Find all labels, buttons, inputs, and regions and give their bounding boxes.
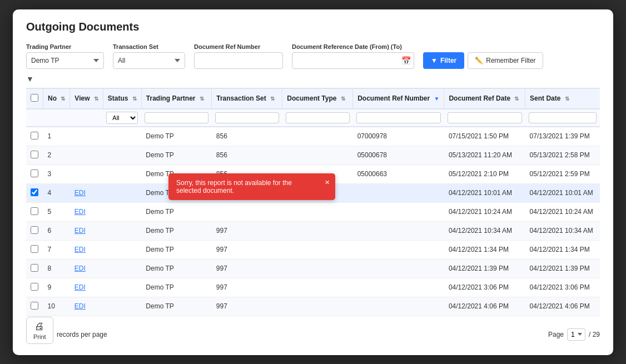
cell-trading-partner: Demo TP (141, 259, 211, 278)
cell-view (70, 127, 103, 146)
cell-doc-ref-date: 04/12/2021 10:01 AM (444, 183, 525, 202)
cell-doc-ref-date: 05/12/2021 2:10 PM (444, 164, 525, 183)
cell-trading-partner: Demo TP (141, 297, 211, 316)
cell-doc-ref-date: 04/12/2021 10:24 AM (444, 202, 525, 221)
row-checkbox[interactable] (31, 226, 38, 234)
select-all-checkbox[interactable] (31, 94, 38, 102)
row-checkbox[interactable] (31, 188, 38, 196)
total-pages-label: / 29 (589, 331, 600, 338)
row-checkbox[interactable] (31, 207, 38, 215)
row-checkbox[interactable] (31, 132, 38, 139)
cell-doc-ref-date: 05/13/2021 11:20 AM (444, 146, 525, 164)
col-doc-ref-date[interactable]: Document Ref Date ⇅ (444, 88, 525, 109)
cell-sent-date: 04/12/2021 10:34 AM (525, 221, 600, 240)
cell-view[interactable]: EDI (70, 297, 103, 316)
cell-no: 4 (43, 183, 70, 202)
cell-status (103, 202, 141, 221)
cell-transaction-set: 997 (212, 278, 282, 297)
cell-document-type (282, 221, 353, 240)
row-checkbox[interactable] (31, 302, 38, 310)
col-view[interactable]: View ⇅ (70, 88, 103, 109)
trading-partner-label: Trading Partner (26, 43, 104, 50)
cell-doc-ref-number (353, 259, 444, 278)
col-sent-date[interactable]: Sent Date ⇅ (525, 88, 600, 109)
row-checkbox[interactable] (31, 169, 38, 177)
pencil-icon: ✏️ (475, 57, 483, 64)
cell-transaction-set: 856 (212, 127, 282, 146)
cell-doc-ref-number (353, 240, 444, 259)
printer-icon: 🖨 (34, 321, 44, 332)
filter-actions: ▼ Filter ✏️ Remember Filter (423, 52, 543, 69)
cell-trading-partner: Demo TP (141, 221, 211, 240)
data-table: No ⇅ View ⇅ Status ⇅ Trading Partner ⇅ T… (26, 88, 600, 316)
filter-active-icon: ▼ (26, 74, 34, 83)
cell-view[interactable]: EDI (70, 202, 103, 221)
cell-doc-ref-date: 04/12/2021 3:06 PM (444, 278, 525, 297)
col-transaction-set[interactable]: Transaction Set ⇅ (212, 88, 282, 109)
cell-status (103, 221, 141, 240)
cell-view[interactable]: EDI (70, 221, 103, 240)
cell-doc-ref-number (353, 202, 444, 221)
cell-trading-partner: Demo TP (141, 202, 211, 221)
col-document-type[interactable]: Document Type ⇅ (282, 88, 353, 109)
drn-filter-input[interactable] (356, 112, 441, 123)
select-all-header (26, 88, 43, 109)
filter-button[interactable]: ▼ Filter (423, 52, 464, 69)
cell-no: 5 (43, 202, 70, 221)
transaction-set-label: Transaction Set (113, 43, 185, 50)
cell-sent-date: 04/12/2021 3:06 PM (525, 278, 600, 297)
col-no[interactable]: No ⇅ (43, 88, 70, 109)
cell-status (103, 259, 141, 278)
cell-view[interactable]: EDI (70, 183, 103, 202)
cell-no: 2 (43, 146, 70, 164)
page-label: Page (548, 331, 564, 338)
cell-trading-partner: Demo TP (141, 278, 211, 297)
row-checkbox[interactable] (31, 245, 38, 253)
funnel-icon: ▼ (431, 57, 438, 64)
tp-filter-input[interactable] (145, 112, 208, 123)
transaction-set-select[interactable]: All 856 997 (113, 52, 185, 69)
print-button[interactable]: 🖨 Print (26, 317, 53, 344)
cell-view[interactable]: EDI (70, 259, 103, 278)
cell-view[interactable]: EDI (70, 240, 103, 259)
drd-filter-input[interactable] (448, 112, 522, 123)
dt-filter-input[interactable] (286, 112, 350, 123)
cell-doc-ref-number (353, 183, 444, 202)
cell-no: 3 (43, 164, 70, 183)
ts-filter-input[interactable] (215, 112, 279, 123)
cell-document-type (282, 278, 353, 297)
trading-partner-select[interactable]: Demo TP All (26, 52, 104, 69)
status-filter-select[interactable]: All EDI (106, 112, 138, 124)
data-table-wrap: No ⇅ View ⇅ Status ⇅ Trading Partner ⇅ T… (26, 88, 600, 316)
cell-transaction-set: 997 (212, 221, 282, 240)
cell-document-type (282, 202, 353, 221)
cell-trading-partner: Demo TP (141, 146, 211, 164)
cell-doc-ref-date: 07/15/2021 1:50 PM (444, 127, 525, 146)
doc-ref-input[interactable] (194, 52, 283, 69)
row-checkbox[interactable] (31, 151, 38, 158)
cell-document-type (282, 127, 353, 146)
date-input[interactable] (292, 52, 414, 69)
row-checkbox[interactable] (31, 264, 38, 272)
date-filter: Document Reference Date (From) (To) 📅 (292, 43, 414, 69)
cell-no: 10 (43, 297, 70, 316)
doc-ref-filter: Document Ref Number (194, 43, 283, 69)
sd-filter-input[interactable] (529, 112, 597, 123)
col-trading-partner[interactable]: Trading Partner ⇅ (141, 88, 211, 109)
pagination-row: 10 25 50 100 records per page Page 1 / 2… (26, 325, 600, 344)
table-row: 9EDIDemo TP99704/12/2021 3:06 PM04/12/20… (26, 278, 600, 297)
row-checkbox[interactable] (31, 283, 38, 291)
col-status[interactable]: Status ⇅ (103, 88, 141, 109)
page-number-select[interactable]: 1 (567, 328, 585, 341)
col-doc-ref-number[interactable]: Document Ref Number ▼ (353, 88, 444, 109)
cell-doc-ref-number (353, 221, 444, 240)
cell-transaction-set (212, 202, 282, 221)
page-title: Outgoing Documents (26, 21, 600, 33)
remember-filter-button[interactable]: ✏️ Remember Filter (468, 52, 543, 69)
toast-close-button[interactable]: × (325, 178, 330, 186)
cell-transaction-set: 997 (212, 297, 282, 316)
cell-status (103, 127, 141, 146)
cell-view[interactable]: EDI (70, 278, 103, 297)
doc-ref-label: Document Ref Number (194, 43, 283, 50)
cell-no: 1 (43, 127, 70, 146)
